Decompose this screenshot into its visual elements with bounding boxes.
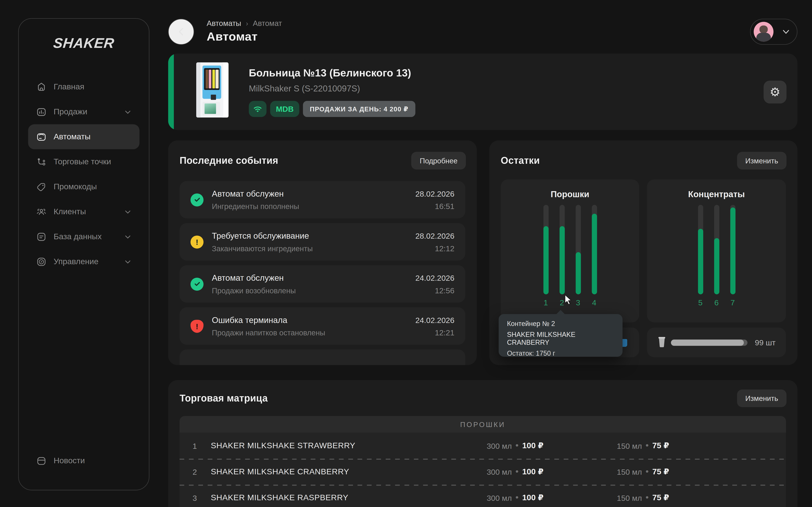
points-icon — [36, 156, 47, 167]
sidebar-item-торговые-точки[interactable]: Торговые точки — [28, 149, 140, 174]
sidebar-footer: Новости — [28, 448, 140, 473]
event-row[interactable]: Автомат обслуженИнгредиенты пополнены28.… — [180, 181, 465, 218]
sidebar-item-продажи[interactable]: Продажи — [28, 99, 140, 124]
clients-icon — [36, 206, 47, 217]
matrix-edit-button[interactable]: Изменить — [737, 389, 786, 407]
row-number: 3 — [193, 493, 211, 502]
product-name: SHAKER MILKSHAKE CRANBERRY — [211, 467, 487, 476]
price-small: 150 мл•75 ₽ — [617, 467, 737, 476]
bar-track — [559, 205, 565, 294]
sidebar-item-автоматы[interactable]: Автоматы — [28, 124, 140, 149]
container-bar-2[interactable]: 2 — [557, 205, 567, 307]
stocks-title: Остатки — [501, 155, 540, 166]
event-title: Автомат обслужен — [212, 189, 299, 199]
management-icon — [36, 256, 47, 267]
event-date: 24.02.2026 — [415, 316, 455, 324]
sidebar-item-label: Новости — [54, 456, 85, 465]
bar-track — [698, 205, 703, 294]
sidebar-item-новости[interactable]: Новости — [28, 448, 140, 473]
promo-icon — [36, 181, 47, 192]
events-list: Автомат обслуженИнгредиенты пополнены28.… — [180, 181, 465, 365]
event-row-clipped[interactable] — [180, 349, 465, 365]
cups-count: 99 шт — [755, 338, 775, 347]
wifi-icon — [252, 104, 263, 114]
machine-card: Больница №13 (Белинского 13) MilkShaker … — [168, 54, 797, 130]
breadcrumb-automats[interactable]: Автоматы — [207, 19, 241, 27]
event-row[interactable]: Автомат обслуженПродажи возобновлены24.0… — [180, 265, 465, 302]
sidebar-item-label: Промокоды — [54, 182, 97, 191]
check-circle-icon — [191, 277, 204, 290]
bar-fill — [714, 238, 719, 294]
sidebar-item-label: База данных — [54, 232, 102, 241]
matrix-row[interactable]: 2SHAKER MILKSHAKE CRANBERRY300 мл•100 ₽1… — [180, 459, 786, 485]
event-subtitle: Ингредиенты пополнены — [212, 202, 299, 210]
bar-fill — [543, 226, 549, 294]
container-number: 7 — [730, 298, 735, 307]
event-subtitle: Продажи возобновлены — [212, 286, 296, 294]
container-bar-3[interactable]: 3 — [573, 205, 583, 307]
sidebar-item-промокоды[interactable]: Промокоды — [28, 174, 140, 199]
tooltip-product-name: SHAKER MILKSHAKE CRANBERRY — [507, 331, 614, 346]
bar-fill — [698, 229, 703, 294]
product-name: SHAKER MILKSHAKE RASPBERRY — [211, 493, 487, 502]
mouse-cursor — [562, 293, 574, 306]
volume-label: 300 мл — [487, 493, 512, 502]
back-button[interactable] — [168, 19, 194, 45]
events-more-button[interactable]: Подробнее — [411, 152, 466, 170]
sidebar-item-главная[interactable]: Главная — [28, 74, 140, 99]
gear-icon: ⚙ — [770, 85, 780, 99]
events-title: Последние события — [180, 155, 278, 166]
brand-logo: SHAKER — [18, 35, 150, 51]
sidebar-item-база-данных[interactable]: База данных — [28, 224, 140, 249]
breadcrumb-current: Автомат — [253, 19, 282, 27]
container-bar-7[interactable]: 7 — [727, 205, 738, 307]
matrix-section-header: ПОРОШКИ — [180, 416, 786, 433]
price-value: 100 ₽ — [522, 441, 543, 450]
event-date: 28.02.2026 — [415, 231, 455, 240]
matrix-row[interactable]: 1SHAKER MILKSHAKE STRAWBERRY300 мл•100 ₽… — [180, 433, 786, 459]
event-time: 12:21 — [415, 328, 455, 337]
matrix-row[interactable]: 3SHAKER MILKSHAKE RASPBERRY300 мл•100 ₽1… — [180, 485, 786, 507]
price-small: 150 мл•75 ₽ — [617, 493, 737, 502]
sidebar-item-клиенты[interactable]: Клиенты — [28, 199, 140, 224]
breadcrumb-separator-icon: › — [246, 19, 248, 27]
panel-title: Порошки — [501, 189, 639, 199]
chevron-down-icon — [124, 258, 132, 266]
sidebar-item-label: Автоматы — [54, 132, 91, 142]
wifi-status-badge — [249, 101, 266, 117]
database-icon — [36, 231, 47, 242]
container-bar-4[interactable]: 4 — [589, 205, 599, 307]
panel-title: Концентраты — [647, 189, 786, 199]
price-value: 100 ₽ — [522, 467, 543, 476]
price-value: 75 ₽ — [652, 493, 669, 502]
row-number: 1 — [193, 441, 211, 450]
event-row[interactable]: !Требуется обслуживаниеЗаканчиваются инг… — [180, 223, 465, 261]
user-menu[interactable] — [750, 19, 797, 45]
event-title: Требуется обслуживание — [212, 231, 313, 240]
machine-settings-button[interactable]: ⚙ — [763, 80, 786, 104]
event-title: Ошибка терминала — [212, 316, 325, 325]
sales-icon — [36, 106, 47, 117]
price-large: 300 мл•100 ₽ — [487, 441, 617, 450]
sidebar-item-label: Управление — [54, 257, 99, 266]
chevron-down-icon — [124, 233, 132, 240]
container-bar-1[interactable]: 1 — [541, 205, 551, 307]
container-bar-6[interactable]: 6 — [711, 205, 722, 307]
mdb-badge: MDB — [270, 101, 299, 117]
container-bar-5[interactable]: 5 — [695, 205, 705, 307]
page-title: Автомат — [207, 30, 257, 44]
sidebar-item-управление[interactable]: Управление — [28, 249, 140, 274]
stocks-edit-button[interactable]: Изменить — [737, 152, 786, 170]
avatar — [754, 22, 773, 42]
container-number: 4 — [592, 298, 596, 307]
event-row[interactable]: !Ошибка терминалаПродажи напитков остано… — [180, 307, 465, 345]
sidebar-item-label: Главная — [54, 82, 84, 92]
home-icon — [36, 81, 47, 92]
matrix-title: Торговая матрица — [180, 393, 268, 404]
trade-matrix-card: Торговая матрица Изменить ПОРОШКИ 1SHAKE… — [168, 380, 797, 507]
sidebar-item-label: Клиенты — [54, 207, 86, 216]
tooltip-remaining: Остаток: 1750 г — [507, 349, 614, 357]
chevron-down-icon — [124, 108, 132, 116]
vending-icon — [36, 131, 47, 142]
bar-fill — [575, 252, 580, 294]
